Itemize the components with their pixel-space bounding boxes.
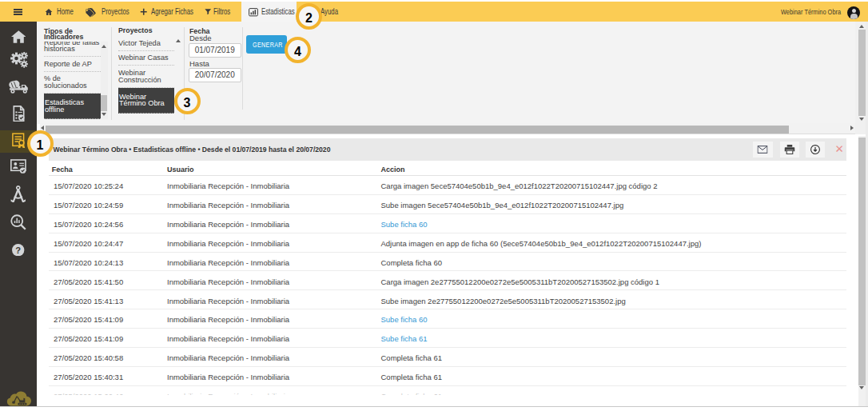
- svg-text:?: ?: [16, 245, 22, 254]
